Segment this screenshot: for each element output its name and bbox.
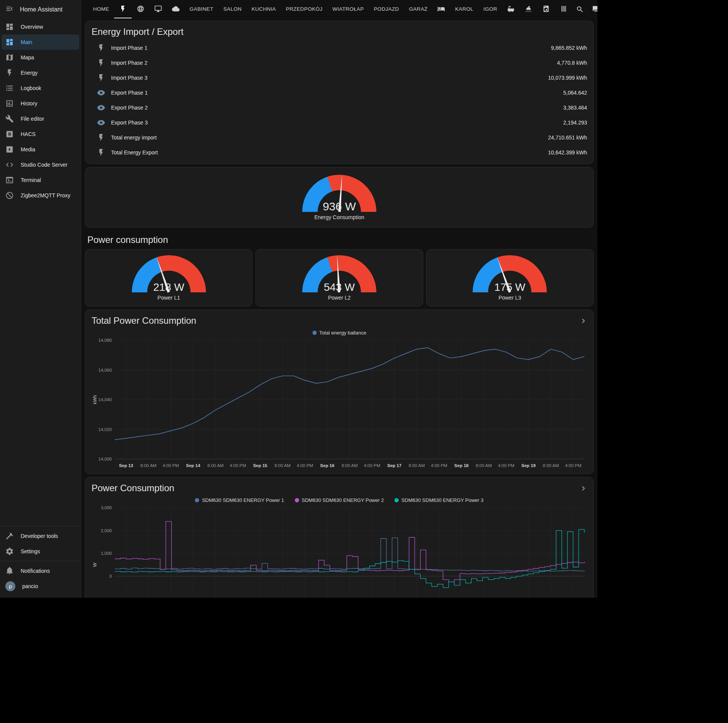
legend-label: SDM630 SDM630 ENERGY Power 2 (302, 497, 384, 503)
chart-legend: SDM630 SDM630 ENERGY Power 1SDM630 SDM63… (85, 494, 593, 504)
tab-przedpok-j[interactable]: PRZEDPOKÓJ (281, 0, 328, 18)
gauge-card-power-l2[interactable]: 543 WPower L2 (255, 249, 423, 307)
eye-icon (97, 89, 105, 97)
sidebar-item-notifications[interactable]: Notifications (2, 563, 79, 579)
view-dashboard-icon (5, 38, 14, 46)
svg-text:Sep 16: Sep 16 (320, 463, 334, 468)
sidebar-item-label: File editor (21, 116, 44, 122)
svg-text:4:00 PM: 4:00 PM (230, 463, 246, 468)
sidebar-item-settings[interactable]: Settings (2, 544, 79, 559)
tab-gara[interactable]: GARAŻ (404, 0, 433, 18)
tab-podjazd[interactable]: PODJAZD (369, 0, 404, 18)
sidebar-item-history[interactable]: History (2, 96, 79, 111)
entity-row-total-energy-export[interactable]: Total Energy Export10,642.399 kWh (85, 145, 593, 160)
sidebar-item-terminal[interactable]: Terminal (2, 172, 79, 188)
entity-row-total-energy-import[interactable]: Total energy import24,710.651 kWh (85, 130, 593, 145)
power-consumption-card: Power Consumption › SDM630 SDM630 ENERGY… (85, 477, 594, 598)
entity-row-export-phase-3[interactable]: Export Phase 32,194.293 (85, 115, 593, 130)
tab-igor[interactable]: IGOR (478, 0, 502, 18)
tab-shower[interactable] (520, 0, 537, 18)
sidebar-user[interactable]: p pancio (2, 579, 79, 594)
entity-value: 9,865.852 kWh (551, 45, 587, 51)
globe-icon (137, 5, 144, 13)
sidebar-toggle-button[interactable] (5, 5, 14, 15)
tab-bed[interactable] (432, 0, 450, 18)
chat-button[interactable] (589, 2, 597, 16)
entity-row-import-phase-2[interactable]: Import Phase 24,770.8 kWh (85, 55, 593, 70)
tab-wiatro-ap[interactable]: WIATROŁAP (327, 0, 369, 18)
app-title: Home Assistant (20, 6, 62, 13)
tab-cloud[interactable] (167, 0, 185, 18)
svg-text:Sep 13: Sep 13 (119, 463, 133, 468)
gauge-label: Power L2 (328, 295, 350, 301)
code-icon (5, 161, 14, 169)
flash-icon (97, 148, 105, 157)
tab-salon[interactable]: SALON (218, 0, 247, 18)
tab-bathtub[interactable] (502, 0, 520, 18)
sidebar-item-main[interactable]: Main (2, 34, 79, 50)
chevron-right-icon[interactable]: › (580, 484, 587, 492)
legend-item-sdm630-sdm630-energy-power-1[interactable]: SDM630 SDM630 ENERGY Power 1 (195, 497, 284, 503)
gauge-card-power-l1[interactable]: 218 WPower L1 (85, 249, 252, 307)
gauge-card-power-l3[interactable]: 175 WPower L3 (426, 249, 594, 307)
tab-washing-machine[interactable] (537, 0, 555, 18)
sidebar-item-label: Mapa (21, 54, 34, 61)
divider (0, 561, 81, 561)
sidebar-item-logbook[interactable]: Logbook (2, 80, 79, 96)
legend-item-total-energy-ballance[interactable]: Total energy ballance (312, 330, 366, 336)
sidebar-item-energy[interactable]: Energy (2, 65, 79, 80)
tab-kuchnia[interactable]: KUCHNIA (247, 0, 281, 18)
gauge-value: 543 W (302, 281, 376, 293)
chart-area: 3,0002,0001,0000W (85, 504, 593, 598)
entity-name: Import Phase 1 (111, 45, 147, 51)
total-power-consumption-card: Total Power Consumption › Total energy b… (85, 310, 594, 474)
sidebar-item-mapa[interactable]: Mapa (2, 50, 79, 65)
tab-desktop[interactable] (149, 0, 167, 18)
tab-karol[interactable]: KAROL (450, 0, 478, 18)
legend-item-sdm630-sdm630-energy-power-2[interactable]: SDM630 SDM630 ENERGY Power 2 (295, 497, 384, 503)
sidebar: Home Assistant OverviewMainMapaEnergyLog… (0, 0, 81, 598)
gauge-value: 936 W (302, 200, 376, 213)
eye-icon (97, 103, 105, 112)
tab-gabinet[interactable]: GABINET (185, 0, 218, 18)
sidebar-item-zigbee2mqtt-proxy[interactable]: Zigbee2MQTT Proxy (2, 188, 79, 203)
sidebar-item-file-editor[interactable]: File editor (2, 111, 79, 126)
entity-row-export-phase-1[interactable]: Export Phase 15,064.642 (85, 85, 593, 100)
chart-title: Total Power Consumption (92, 315, 196, 326)
legend-label: SDM630 SDM630 ENERGY Power 1 (202, 497, 284, 503)
tab-label: KAROL (455, 6, 473, 12)
tab-home[interactable]: HOME (88, 0, 114, 18)
hacs-icon (5, 130, 14, 138)
tab-radiator[interactable] (555, 0, 573, 18)
sidebar-item-label: HACS (21, 131, 36, 137)
entity-row-import-phase-3[interactable]: Import Phase 310,073.999 kWh (85, 70, 593, 85)
sidebar-item-studio-code-server[interactable]: Studio Code Server (2, 157, 79, 172)
search-button[interactable] (573, 2, 587, 16)
chevron-right-icon[interactable]: › (580, 316, 587, 325)
tab-label: IGOR (483, 6, 497, 12)
entity-value: 24,710.651 kWh (548, 134, 587, 141)
gauge-label: Energy Consumption (314, 214, 365, 220)
entity-row-export-phase-2[interactable]: Export Phase 23,383.464 (85, 100, 593, 115)
sidebar-item-label: Developer tools (21, 533, 58, 539)
tab-flash[interactable] (114, 0, 132, 18)
dashboard-content: Energy Import / Export Import Phase 19,8… (81, 18, 597, 598)
sidebar-item-overview[interactable]: Overview (2, 19, 79, 34)
tab-globe[interactable] (132, 0, 149, 18)
energy-consumption-gauge-card[interactable]: 936 W Energy Consumption (85, 167, 594, 228)
legend-label: Total energy ballance (319, 330, 366, 336)
entity-row-import-phase-1[interactable]: Import Phase 19,865.852 kWh (85, 40, 593, 55)
home-assistant-window: Home Assistant OverviewMainMapaEnergyLog… (0, 0, 597, 598)
chart-area: 14,00014,02014,04014,06014,080Sep 138:00… (85, 336, 593, 474)
legend-item-sdm630-sdm630-energy-power-3[interactable]: SDM630 SDM630 ENERGY Power 3 (394, 497, 483, 503)
sidebar-item-hacs[interactable]: HACS (2, 126, 79, 142)
sidebar-item-label: Energy (21, 70, 38, 76)
view-dashboard-icon (5, 23, 14, 31)
tab-label: HOME (93, 6, 109, 12)
sidebar-item-developer-tools[interactable]: Developer tools (2, 528, 79, 544)
view-tabs: HOMEGABINETSALONKUCHNIAPRZEDPOKÓJWIATROŁ… (88, 0, 573, 18)
sidebar-item-media[interactable]: Media (2, 142, 79, 157)
main-area: HOMEGABINETSALONKUCHNIAPRZEDPOKÓJWIATROŁ… (81, 0, 597, 598)
svg-text:Sep 17: Sep 17 (387, 463, 401, 468)
washing-machine-icon (542, 5, 550, 13)
